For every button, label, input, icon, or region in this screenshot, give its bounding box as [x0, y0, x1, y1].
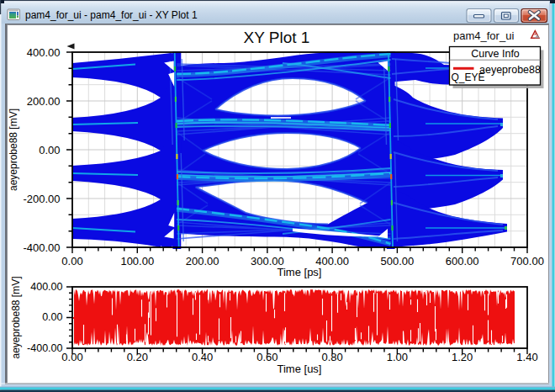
svg-text:0.40: 0.40: [192, 351, 213, 363]
svg-text:600.00: 600.00: [446, 255, 479, 268]
svg-text:400.00: 400.00: [30, 281, 62, 293]
svg-text:0.00: 0.00: [61, 351, 82, 363]
svg-text:0.80: 0.80: [321, 351, 342, 363]
svg-text:pam4_for_ui - pam4_for_ui - XY: pam4_for_ui - pam4_for_ui - XY Plot 1: [25, 9, 198, 21]
svg-text:1.20: 1.20: [452, 351, 473, 363]
svg-text:200.00: 200.00: [186, 255, 219, 268]
svg-text:Time [us]: Time [us]: [278, 363, 322, 375]
svg-text:0.20: 0.20: [127, 351, 148, 363]
svg-text:aeyeprobe88 [mV]: aeyeprobe88 [mV]: [10, 276, 22, 358]
svg-text:1.00: 1.00: [387, 351, 408, 363]
svg-text:0.00: 0.00: [61, 255, 82, 268]
svg-text:aeyeprobe88: aeyeprobe88: [479, 64, 541, 76]
svg-text:100.00: 100.00: [120, 255, 154, 268]
svg-text:Curve Info: Curve Info: [471, 48, 520, 60]
svg-text:1.40: 1.40: [516, 351, 537, 363]
svg-text:0.00: 0.00: [39, 144, 60, 156]
svg-text:aeyeprobe88 [mV]: aeyeprobe88 [mV]: [8, 109, 19, 191]
svg-text:500.00: 500.00: [381, 255, 415, 268]
svg-text:pam4_for_ui: pam4_for_ui: [453, 29, 514, 42]
svg-text:Time [ps]: Time [ps]: [278, 266, 322, 278]
svg-text:0.60: 0.60: [256, 351, 278, 363]
svg-text:-200.00: -200.00: [23, 193, 60, 205]
svg-text:0.00: 0.00: [42, 311, 62, 323]
svg-text:200.00: 200.00: [27, 95, 61, 108]
svg-text:700.00: 700.00: [510, 255, 544, 268]
svg-text:-400.00: -400.00: [23, 241, 60, 254]
svg-text:400.00: 400.00: [27, 46, 61, 59]
svg-text:-400.00: -400.00: [27, 342, 62, 354]
svg-text:Q_EYE: Q_EYE: [452, 72, 485, 83]
svg-text:XY Plot 1: XY Plot 1: [244, 29, 310, 46]
